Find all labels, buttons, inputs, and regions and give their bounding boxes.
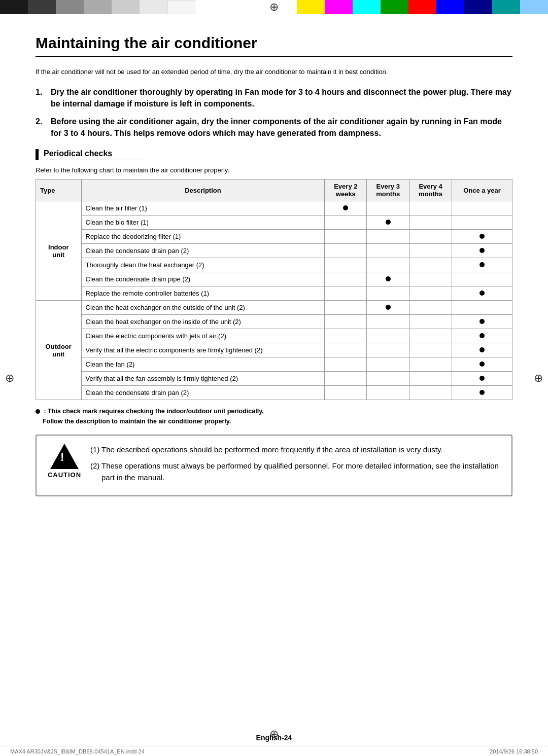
check-dot	[386, 220, 391, 225]
check-dot	[386, 276, 391, 281]
cell-check	[452, 301, 512, 315]
cb-swatch	[167, 0, 195, 14]
cb-swatch	[436, 0, 464, 14]
cell-check	[452, 329, 512, 343]
cell-check	[409, 329, 452, 343]
cell-check	[367, 301, 409, 315]
cell-check	[452, 386, 512, 400]
cb-swatch	[112, 0, 140, 14]
cell-check	[325, 301, 367, 315]
cell-check	[452, 201, 512, 215]
cell-check	[452, 372, 512, 386]
check-dot	[480, 333, 485, 338]
cb-swatch	[408, 0, 436, 14]
cell-desc: Thoroughly clean the heat exchanger (2)	[81, 258, 325, 272]
cb-swatch	[84, 0, 112, 14]
check-dot	[480, 319, 485, 324]
cell-desc: Clean the condensate drain pipe (2)	[81, 272, 325, 286]
cell-check	[325, 215, 367, 230]
intro-text: If the air conditioner will not be used …	[36, 67, 512, 77]
cb-swatch	[381, 0, 408, 14]
cell-desc: Clean the heat exchanger on the outside …	[81, 301, 325, 315]
cell-check	[367, 272, 409, 286]
cell-check	[367, 386, 409, 400]
caution-label: CAUTION	[48, 471, 81, 479]
table-row: Clean the condensate drain pipe (2)	[36, 272, 512, 286]
caution-item-num: (1)	[90, 444, 99, 455]
cell-check	[452, 315, 512, 329]
cell-indoor-unit: Indoorunit	[36, 201, 82, 301]
col-header-type: Type	[36, 179, 82, 201]
cell-desc: Clean the condensate drain pan (2)	[81, 244, 325, 258]
table-row: Clean the condensate drain pan (2)	[36, 386, 512, 400]
cb-swatch	[464, 0, 492, 14]
caution-box: CAUTION (1) The described operations sho…	[36, 435, 512, 496]
list-num: 2.	[36, 116, 42, 127]
caution-item-num: (2)	[90, 460, 99, 472]
cell-check	[325, 201, 367, 215]
col-header-e3m: Every 3months	[367, 179, 409, 201]
check-dot	[343, 205, 348, 210]
cell-check	[325, 343, 367, 357]
check-dot	[480, 376, 485, 381]
color-bar-left	[0, 0, 259, 14]
cell-check	[409, 286, 452, 301]
cell-check	[409, 258, 452, 272]
numbered-list: 1. Dry the air conditioner thoroughly by…	[36, 86, 512, 139]
cell-desc: Clean the electric components with jets …	[81, 329, 325, 343]
cell-check	[367, 329, 409, 343]
cell-check	[367, 201, 409, 215]
cell-check	[452, 258, 512, 272]
section-bar	[36, 149, 39, 160]
cell-check	[409, 386, 452, 400]
check-dot	[386, 305, 391, 310]
table-row: Clean the heat exchanger on the inside o…	[36, 315, 512, 329]
cell-check	[367, 258, 409, 272]
cell-desc: Clean the condensate drain pan (2)	[81, 386, 325, 400]
crosshair-icon: ⊕	[269, 1, 279, 14]
table-row: Replace the remote controller batteries …	[36, 286, 512, 301]
cell-desc: Clean the heat exchanger on the inside o…	[81, 315, 325, 329]
cell-desc: Clean the bio filter (1)	[81, 215, 325, 230]
cell-check	[367, 343, 409, 357]
cell-check	[409, 372, 452, 386]
cell-check	[409, 272, 452, 286]
cell-check	[409, 343, 452, 357]
cell-check	[367, 357, 409, 372]
cell-check	[325, 372, 367, 386]
cell-desc: Verify that all the electric components …	[81, 343, 325, 357]
check-dot	[480, 234, 485, 239]
footer-left: MAX4 AR30JV&JS_IB&IM_DB68-04541A_EN.indd…	[10, 748, 145, 754]
table-row: Thoroughly clean the heat exchanger (2)	[36, 258, 512, 272]
cell-check	[367, 372, 409, 386]
cell-check	[367, 286, 409, 301]
table-note-line1: : This check mark requires checking the …	[44, 408, 263, 415]
cell-desc: Clean the air filter (1)	[81, 201, 325, 215]
cell-check	[409, 301, 452, 315]
list-num: 1.	[36, 86, 42, 98]
caution-triangle-icon	[50, 444, 79, 469]
cell-check	[452, 343, 512, 357]
cell-check	[325, 258, 367, 272]
cell-check	[452, 244, 512, 258]
table-row: OutdoorunitClean the heat exchanger on t…	[36, 301, 512, 315]
main-content: Maintaining the air conditioner If the a…	[0, 14, 548, 729]
crosshair-bottom-icon: ⊕	[269, 728, 279, 741]
check-dot	[480, 390, 485, 395]
color-bar-top: ⊕	[0, 0, 548, 14]
cell-check	[452, 272, 512, 286]
cell-desc: Replace the deodorizing filter (1)	[81, 230, 325, 244]
cell-outdoor-unit: Outdoorunit	[36, 301, 82, 400]
caution-text: (1) The described operations should be p…	[90, 444, 501, 487]
cb-swatch	[520, 0, 548, 14]
cell-check	[409, 230, 452, 244]
table-row: Clean the fan (2)	[36, 357, 512, 372]
table-row: Verify that all the fan assembly is firm…	[36, 372, 512, 386]
cb-swatch	[325, 0, 353, 14]
dot-icon	[36, 409, 40, 414]
col-header-oay: Once a year	[452, 179, 512, 201]
table-row: Clean the condensate drain pan (2)	[36, 244, 512, 258]
cell-desc: Clean the fan (2)	[81, 357, 325, 372]
col-header-e2w: Every 2weeks	[325, 179, 367, 201]
page-title: Maintaining the air conditioner	[36, 34, 512, 57]
